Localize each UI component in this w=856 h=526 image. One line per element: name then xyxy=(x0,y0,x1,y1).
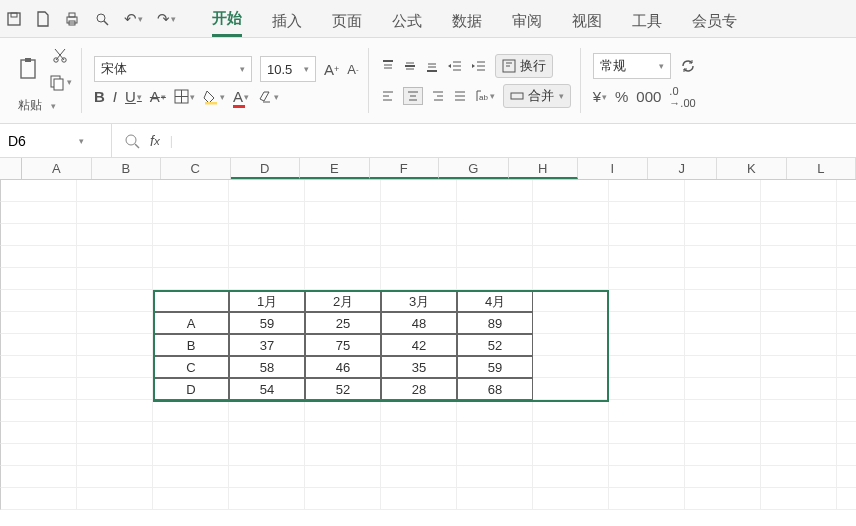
cell[interactable] xyxy=(381,444,457,466)
name-box-input[interactable] xyxy=(8,133,78,149)
cell[interactable] xyxy=(685,334,761,356)
cell[interactable] xyxy=(837,246,856,268)
cell[interactable] xyxy=(609,224,685,246)
cell[interactable]: 48 xyxy=(381,312,457,334)
cell[interactable] xyxy=(1,444,77,466)
cell[interactable] xyxy=(685,224,761,246)
cell[interactable] xyxy=(1,312,77,334)
increase-font-icon[interactable]: A+ xyxy=(324,61,339,78)
cell[interactable]: 28 xyxy=(381,378,457,400)
cell[interactable]: 46 xyxy=(305,356,381,378)
cell[interactable] xyxy=(761,180,837,202)
cell[interactable] xyxy=(533,334,609,356)
cell[interactable]: 37 xyxy=(229,334,305,356)
insert-function-icon[interactable] xyxy=(124,133,140,149)
name-box[interactable]: ▾ xyxy=(0,124,112,157)
font-name-select[interactable]: 宋体▾ xyxy=(94,56,252,82)
fx-icon[interactable]: fx xyxy=(150,133,160,149)
cell[interactable] xyxy=(381,224,457,246)
cell[interactable] xyxy=(77,356,153,378)
cell[interactable] xyxy=(609,356,685,378)
cell[interactable] xyxy=(153,422,229,444)
cell[interactable] xyxy=(837,290,856,312)
decrease-font-icon[interactable]: A- xyxy=(347,62,358,77)
cell[interactable] xyxy=(1,466,77,488)
paste-button[interactable] xyxy=(18,57,40,81)
tab-4[interactable]: 数据 xyxy=(452,12,482,37)
cell[interactable]: 89 xyxy=(457,312,533,334)
cell[interactable]: B xyxy=(153,334,229,356)
align-center-icon[interactable] xyxy=(403,87,423,105)
cell[interactable] xyxy=(837,268,856,290)
cell[interactable] xyxy=(457,466,533,488)
align-middle-icon[interactable] xyxy=(403,59,417,73)
decrease-indent-icon[interactable] xyxy=(447,59,463,73)
cell[interactable]: 52 xyxy=(305,378,381,400)
cell[interactable] xyxy=(533,356,609,378)
cell[interactable] xyxy=(457,444,533,466)
cell[interactable] xyxy=(305,422,381,444)
column-header[interactable]: D xyxy=(231,158,301,179)
cell[interactable] xyxy=(229,224,305,246)
cell[interactable] xyxy=(609,422,685,444)
cell[interactable] xyxy=(837,180,856,202)
cell[interactable] xyxy=(457,246,533,268)
align-top-icon[interactable] xyxy=(381,59,395,73)
cell[interactable] xyxy=(837,312,856,334)
cell[interactable] xyxy=(153,202,229,224)
cell[interactable] xyxy=(77,224,153,246)
column-header[interactable]: J xyxy=(648,158,718,179)
merge-button[interactable]: 合并▾ xyxy=(503,84,571,108)
increase-indent-icon[interactable] xyxy=(471,59,487,73)
cell[interactable] xyxy=(1,290,77,312)
cell[interactable] xyxy=(153,466,229,488)
cell[interactable] xyxy=(761,246,837,268)
cell[interactable] xyxy=(761,268,837,290)
tab-3[interactable]: 公式 xyxy=(392,12,422,37)
cell[interactable] xyxy=(77,180,153,202)
cell[interactable] xyxy=(1,400,77,422)
cell[interactable] xyxy=(457,400,533,422)
cell[interactable] xyxy=(77,378,153,400)
cell[interactable] xyxy=(457,422,533,444)
cell[interactable] xyxy=(381,180,457,202)
cell[interactable] xyxy=(685,246,761,268)
undo-icon[interactable]: ↶▾ xyxy=(124,10,143,28)
chevron-down-icon[interactable]: ▾ xyxy=(79,136,84,146)
align-right-icon[interactable] xyxy=(431,89,445,103)
cell[interactable] xyxy=(77,422,153,444)
cell[interactable] xyxy=(837,488,856,510)
cell[interactable] xyxy=(153,290,229,312)
column-header[interactable]: E xyxy=(300,158,370,179)
cell[interactable] xyxy=(1,246,77,268)
cell[interactable] xyxy=(685,268,761,290)
cell[interactable]: 4月 xyxy=(457,290,533,312)
cell[interactable] xyxy=(457,224,533,246)
cell[interactable] xyxy=(229,268,305,290)
tab-8[interactable]: 会员专 xyxy=(692,12,737,37)
cell[interactable]: 59 xyxy=(229,312,305,334)
cell[interactable]: 25 xyxy=(305,312,381,334)
cell[interactable] xyxy=(609,312,685,334)
cell[interactable] xyxy=(1,378,77,400)
cell[interactable] xyxy=(533,290,609,312)
select-all-corner[interactable] xyxy=(0,158,22,179)
cell[interactable] xyxy=(761,356,837,378)
cell[interactable] xyxy=(457,268,533,290)
cell[interactable] xyxy=(1,356,77,378)
cell[interactable] xyxy=(381,466,457,488)
cell[interactable] xyxy=(153,224,229,246)
cell[interactable] xyxy=(305,400,381,422)
cell[interactable] xyxy=(305,202,381,224)
cell[interactable] xyxy=(761,224,837,246)
cell[interactable] xyxy=(609,378,685,400)
cell[interactable]: C xyxy=(153,356,229,378)
cell[interactable] xyxy=(381,268,457,290)
cell[interactable] xyxy=(153,180,229,202)
cell[interactable] xyxy=(685,312,761,334)
redo-icon[interactable]: ↷▾ xyxy=(157,10,176,28)
cell[interactable] xyxy=(77,268,153,290)
font-color-icon[interactable]: A▾ xyxy=(233,88,249,105)
justify-icon[interactable] xyxy=(453,89,467,103)
cell[interactable] xyxy=(761,378,837,400)
